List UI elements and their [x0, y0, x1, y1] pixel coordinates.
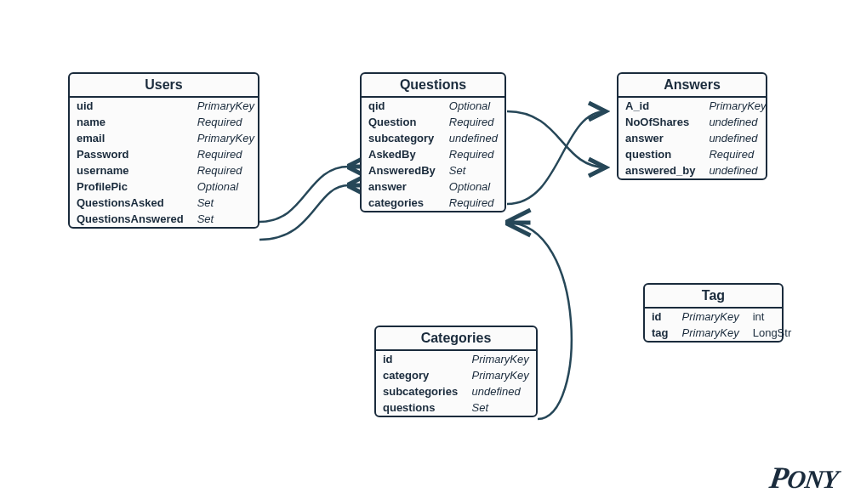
- attribute-row: A_idPrimaryKey: [618, 98, 773, 114]
- attribute-row: questionRequired: [618, 146, 773, 162]
- attribute-mod: undefined: [465, 383, 536, 399]
- entity-answers[interactable]: Answers A_idPrimaryKeyNoOfSharesundefine…: [617, 72, 767, 180]
- attribute-mod: Optional: [442, 178, 504, 195]
- attribute-row: subcategoriesundefined: [376, 383, 536, 399]
- attribute-mod: Required: [702, 146, 772, 162]
- attribute-row: subcategoryundefined: [362, 130, 504, 146]
- entity-users[interactable]: Users uidPrimaryKeynameRequiredemailPrim…: [68, 72, 259, 229]
- attribute-name: tag: [645, 325, 675, 341]
- attribute-row: PasswordRequired: [70, 146, 261, 162]
- attribute-row: QuestionsAnsweredSet: [70, 211, 261, 227]
- logo-text-rest: ONY: [786, 465, 840, 493]
- entity-title: Tag: [645, 285, 782, 309]
- entity-tag[interactable]: Tag idPrimaryKeyinttagPrimaryKeyLongStr: [643, 283, 784, 343]
- attribute-row: tagPrimaryKeyLongStr: [645, 325, 798, 341]
- attribute-mod: PrimaryKey: [191, 130, 261, 146]
- attribute-name: answer: [362, 178, 442, 195]
- attribute-mod: Set: [191, 195, 261, 211]
- attribute-name: name: [70, 114, 191, 130]
- attribute-mod: Required: [191, 162, 261, 178]
- attribute-mod: Set: [191, 211, 261, 227]
- attribute-name: uid: [70, 98, 191, 114]
- attribute-mod: PrimaryKey: [465, 351, 536, 367]
- attribute-name: username: [70, 162, 191, 178]
- attribute-mod: undefined: [442, 130, 504, 146]
- entity-title: Users: [70, 74, 258, 98]
- attribute-mod: undefined: [702, 162, 772, 178]
- attribute-name: id: [376, 351, 465, 367]
- attribute-mod: Required: [191, 114, 261, 130]
- attribute-name: AnsweredBy: [362, 162, 442, 178]
- attribute-mod: Optional: [191, 178, 261, 195]
- attribute-row: answerOptional: [362, 178, 504, 195]
- attribute-name: Question: [362, 114, 442, 130]
- attribute-name: QuestionsAsked: [70, 195, 191, 211]
- attribute-name: answer: [618, 130, 702, 146]
- attribute-row: categoriesRequired: [362, 195, 504, 211]
- attribute-typ: int: [746, 309, 799, 325]
- pony-logo: PONY: [767, 460, 841, 496]
- attribute-row: usernameRequired: [70, 162, 261, 178]
- attribute-mod: Optional: [442, 98, 504, 114]
- attribute-name: ProfilePic: [70, 178, 191, 195]
- attribute-row: answered_byundefined: [618, 162, 773, 178]
- attribute-mod: Required: [191, 146, 261, 162]
- diagram-canvas: Users uidPrimaryKeynameRequiredemailPrim…: [0, 0, 855, 504]
- attribute-mod: PrimaryKey: [675, 325, 746, 341]
- attribute-mod: Required: [442, 146, 504, 162]
- attribute-mod: PrimaryKey: [702, 98, 772, 114]
- attribute-mod: Required: [442, 195, 504, 211]
- attribute-mod: PrimaryKey: [465, 367, 536, 383]
- attribute-mod: PrimaryKey: [191, 98, 261, 114]
- attribute-row: nameRequired: [70, 114, 261, 130]
- attribute-row: questionsSet: [376, 399, 536, 416]
- attribute-name: id: [645, 309, 675, 325]
- attribute-mod: Set: [465, 399, 536, 416]
- attribute-name: subcategory: [362, 130, 442, 146]
- attribute-name: email: [70, 130, 191, 146]
- entity-questions[interactable]: Questions qidOptionalQuestionRequiredsub…: [360, 72, 506, 212]
- attribute-mod: PrimaryKey: [675, 309, 746, 325]
- attribute-name: AskedBy: [362, 146, 442, 162]
- attribute-name: answered_by: [618, 162, 702, 178]
- entity-title: Categories: [376, 327, 536, 351]
- entity-title: Answers: [618, 74, 766, 98]
- attribute-name: NoOfShares: [618, 114, 702, 130]
- attribute-row: AskedByRequired: [362, 146, 504, 162]
- attribute-name: Password: [70, 146, 191, 162]
- entity-title: Questions: [362, 74, 504, 98]
- attribute-row: answerundefined: [618, 130, 773, 146]
- attribute-name: questions: [376, 399, 465, 416]
- attribute-name: QuestionsAnswered: [70, 211, 191, 227]
- attribute-row: categoryPrimaryKey: [376, 367, 536, 383]
- attribute-row: NoOfSharesundefined: [618, 114, 773, 130]
- attribute-mod: undefined: [702, 114, 772, 130]
- attribute-row: emailPrimaryKey: [70, 130, 261, 146]
- attribute-row: idPrimaryKeyint: [645, 309, 798, 325]
- attribute-mod: Required: [442, 114, 504, 130]
- attribute-row: ProfilePicOptional: [70, 178, 261, 195]
- attribute-row: uidPrimaryKey: [70, 98, 261, 114]
- attribute-row: QuestionsAskedSet: [70, 195, 261, 211]
- attribute-name: qid: [362, 98, 442, 114]
- attribute-mod: undefined: [702, 130, 772, 146]
- attribute-typ: LongStr: [746, 325, 799, 341]
- attribute-name: subcategories: [376, 383, 465, 399]
- attribute-row: qidOptional: [362, 98, 504, 114]
- attribute-row: AnsweredBySet: [362, 162, 504, 178]
- entity-categories[interactable]: Categories idPrimaryKeycategoryPrimaryKe…: [374, 326, 538, 417]
- attribute-name: question: [618, 146, 702, 162]
- attribute-row: QuestionRequired: [362, 114, 504, 130]
- attribute-name: A_id: [618, 98, 702, 114]
- attribute-name: categories: [362, 195, 442, 211]
- attribute-mod: Set: [442, 162, 504, 178]
- attribute-name: category: [376, 367, 465, 383]
- attribute-row: idPrimaryKey: [376, 351, 536, 367]
